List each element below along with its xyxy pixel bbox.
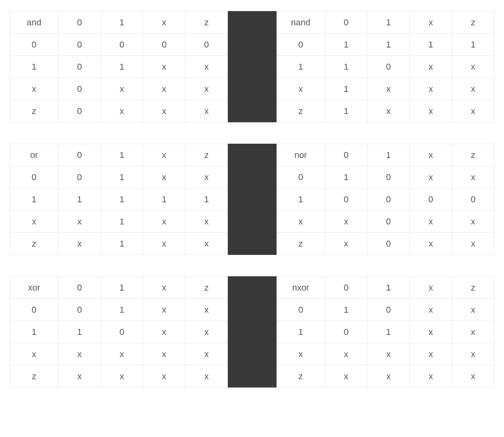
- column-header: 0: [58, 11, 101, 34]
- row-label: 1: [276, 56, 325, 78]
- row-label: x: [10, 78, 59, 100]
- separator-cell: [228, 100, 277, 122]
- separator-cell: [228, 166, 277, 188]
- value-cell: 1: [325, 166, 367, 188]
- value-cell: x: [452, 211, 494, 233]
- value-cell: 1: [185, 188, 228, 211]
- value-cell: 0: [143, 34, 185, 56]
- table-row: 110xx101xx: [10, 321, 494, 343]
- column-header: z: [185, 11, 228, 34]
- table-row: and01xznand01xz: [10, 11, 494, 34]
- row-label: z: [276, 100, 325, 122]
- row-label: 0: [10, 166, 59, 188]
- value-cell: 1: [101, 166, 143, 188]
- value-cell: x: [58, 211, 101, 233]
- separator-cell: [228, 11, 277, 34]
- value-cell: 1: [101, 188, 143, 211]
- column-header: 0: [325, 277, 367, 299]
- truth-table-pair: xor01xznxor01xz001xx010xx110xx101xxxxxxx…: [10, 276, 494, 388]
- value-cell: x: [410, 166, 452, 188]
- value-cell: x: [325, 343, 367, 365]
- value-cell: 1: [58, 321, 101, 343]
- row-label: 1: [10, 56, 59, 78]
- value-cell: 1: [325, 299, 367, 321]
- table-row: 0000001111: [10, 34, 494, 56]
- truth-table-pair: or01xznor01xz001xx010xx1111110000xx1xxxx…: [10, 144, 494, 255]
- separator-cell: [228, 34, 277, 56]
- value-cell: x: [410, 365, 452, 388]
- value-cell: x: [325, 365, 367, 388]
- value-cell: 0: [367, 211, 410, 233]
- gate-name: or: [10, 144, 59, 166]
- value-cell: 1: [101, 211, 143, 233]
- column-header: 1: [101, 277, 143, 299]
- value-cell: x: [367, 365, 410, 388]
- truth-tables-container: and01xznand01xz0000001111101xx110xxx0xxx…: [10, 11, 494, 388]
- value-cell: 1: [367, 321, 410, 343]
- row-label: z: [10, 233, 59, 255]
- row-label: 0: [276, 166, 325, 188]
- separator-cell: [228, 277, 277, 299]
- value-cell: 0: [367, 166, 410, 188]
- value-cell: x: [58, 365, 101, 388]
- column-header: 1: [367, 144, 410, 166]
- value-cell: x: [101, 343, 143, 365]
- table-row: zxxxxzxxxx: [10, 365, 494, 388]
- row-label: 1: [276, 188, 325, 211]
- value-cell: x: [452, 321, 494, 343]
- column-header: x: [410, 11, 452, 34]
- value-cell: 0: [367, 56, 410, 78]
- separator-cell: [228, 365, 277, 388]
- value-cell: x: [143, 166, 185, 188]
- value-cell: x: [185, 233, 228, 255]
- separator-cell: [228, 233, 277, 255]
- value-cell: x: [185, 321, 228, 343]
- table-row: xx1xxxx0xx: [10, 211, 494, 233]
- value-cell: x: [101, 100, 143, 122]
- value-cell: 1: [101, 233, 143, 255]
- value-cell: 0: [58, 100, 101, 122]
- gate-name: and: [10, 11, 59, 34]
- table-row: 001xx010xx: [10, 166, 494, 188]
- column-header: x: [410, 144, 452, 166]
- value-cell: 1: [143, 188, 185, 211]
- value-cell: 0: [101, 321, 143, 343]
- table-row: xxxxxxxxxx: [10, 343, 494, 365]
- table-row: xor01xznxor01xz: [10, 277, 494, 299]
- value-cell: 1: [101, 299, 143, 321]
- column-header: z: [185, 144, 228, 166]
- separator-cell: [228, 299, 277, 321]
- row-label: 1: [10, 188, 59, 211]
- value-cell: 0: [185, 34, 228, 56]
- value-cell: 1: [325, 56, 367, 78]
- value-cell: 0: [58, 56, 101, 78]
- table-row: z0xxxz1xxx: [10, 100, 494, 122]
- value-cell: x: [143, 233, 185, 255]
- table-row: 1111110000: [10, 188, 494, 211]
- value-cell: x: [452, 365, 494, 388]
- column-header: z: [452, 144, 494, 166]
- separator-cell: [228, 211, 277, 233]
- value-cell: 0: [58, 166, 101, 188]
- value-cell: 0: [58, 299, 101, 321]
- value-cell: 0: [101, 34, 143, 56]
- table-row: or01xznor01xz: [10, 144, 494, 166]
- row-label: 1: [10, 321, 59, 343]
- value-cell: x: [452, 299, 494, 321]
- table-row: 101xx110xx: [10, 56, 494, 78]
- value-cell: x: [58, 233, 101, 255]
- column-header: x: [143, 144, 185, 166]
- value-cell: 1: [325, 34, 367, 56]
- value-cell: x: [185, 211, 228, 233]
- value-cell: x: [185, 56, 228, 78]
- value-cell: x: [410, 233, 452, 255]
- separator-cell: [228, 56, 277, 78]
- value-cell: 0: [367, 188, 410, 211]
- row-label: x: [276, 343, 325, 365]
- value-cell: x: [143, 343, 185, 365]
- row-label: x: [10, 343, 59, 365]
- value-cell: x: [185, 78, 228, 100]
- separator-cell: [228, 321, 277, 343]
- row-label: x: [276, 211, 325, 233]
- gate-name: nor: [276, 144, 325, 166]
